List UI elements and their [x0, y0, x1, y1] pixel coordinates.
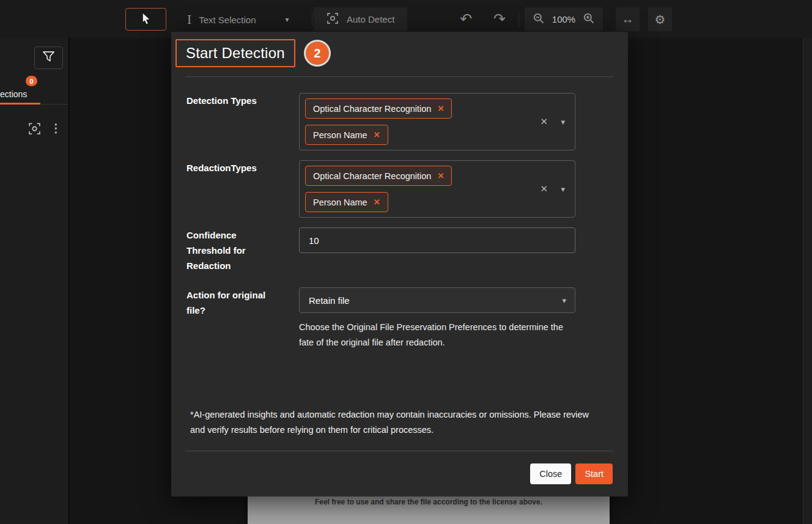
redaction-types-label: RedactionTypes — [186, 160, 278, 218]
chip-label: Optical Character Recognition — [313, 171, 431, 181]
start-detection-modal: Start Detection 2 Detection Types Optica… — [171, 32, 628, 496]
form-row-confidence-threshold: Confidence Threshold for Redaction — [186, 227, 575, 273]
chevron-down-icon[interactable]: ▾ — [561, 185, 565, 194]
fit-width-button[interactable]: ↔ — [616, 7, 640, 31]
chip-person-name: Person Name ✕ — [305, 125, 388, 145]
filter-funnel-icon — [42, 51, 55, 65]
chip-ocr: Optical Character Recognition ✕ — [305, 98, 452, 119]
chevron-down-icon[interactable]: ▾ — [561, 117, 565, 127]
confidence-threshold-label: Confidence Threshold for Redaction — [186, 227, 278, 273]
kebab-menu-icon[interactable]: ⋮ — [50, 121, 62, 135]
document-license-text: Feel free to use and share the file acco… — [248, 498, 610, 506]
original-file-action-select[interactable]: Retain file ▾ — [299, 287, 575, 313]
undo-button[interactable]: ↶ — [454, 9, 478, 29]
step-number-badge: 2 — [306, 42, 329, 65]
text-cursor-icon: I — [187, 13, 191, 26]
toolbar-divider — [519, 12, 519, 27]
chip-person-name: Person Name ✕ — [305, 192, 388, 212]
original-file-action-help: Choose the Original File Preservation Pr… — [299, 320, 569, 350]
header-divider — [185, 76, 613, 77]
zoom-level: 100% — [552, 14, 576, 24]
text-selection-label: Text Selection — [199, 15, 256, 25]
modal-header: Start Detection 2 — [175, 39, 329, 67]
original-file-action-label: Action for original file? — [186, 287, 278, 350]
auto-detect-button[interactable]: Auto Detect — [314, 7, 407, 31]
form-row-detection-types: Detection Types Optical Character Recogn… — [186, 93, 575, 150]
ai-disclaimer-text: *AI-generated insights and automatic red… — [190, 407, 603, 438]
right-panel-edge — [803, 38, 812, 524]
form-row-redaction-types: RedactionTypes Optical Character Recogni… — [186, 160, 575, 218]
confidence-threshold-input[interactable] — [299, 227, 575, 253]
left-panel: 0 ections ⋮ — [0, 38, 69, 524]
remove-chip-icon[interactable]: ✕ — [374, 130, 380, 139]
zoom-in-button[interactable] — [583, 12, 595, 27]
detection-types-label: Detection Types — [186, 93, 278, 150]
auto-detect-icon — [327, 12, 339, 26]
modal-footer: Close Start — [530, 463, 613, 484]
chip-label: Person Name — [313, 197, 367, 207]
chip-label: Person Name — [313, 130, 367, 140]
chip-label: Optical Character Recognition — [313, 104, 431, 114]
selected-option: Retain file — [309, 295, 350, 306]
auto-detect-label: Auto Detect — [347, 14, 394, 24]
redo-button[interactable]: ↷ — [487, 9, 512, 29]
pan-cursor-tool-button[interactable] — [125, 8, 166, 31]
chip-ocr: Optical Character Recognition ✕ — [305, 166, 452, 186]
detections-count-badge: 0 — [26, 76, 37, 86]
text-selection-tool[interactable]: I Text Selection ▾ — [187, 8, 289, 31]
active-tab-indicator — [0, 103, 40, 105]
detect-tool-icon[interactable] — [28, 122, 41, 138]
toolbar-divider — [312, 12, 312, 27]
redaction-types-multiselect[interactable]: Optical Character Recognition ✕ Person N… — [299, 160, 575, 218]
modal-title: Start Detection — [175, 39, 295, 67]
chevron-down-icon: ▾ — [286, 15, 289, 24]
tab-detections[interactable]: ections — [0, 89, 27, 99]
remove-chip-icon[interactable]: ✕ — [374, 197, 380, 207]
settings-gear-button[interactable]: ⚙ — [648, 7, 672, 31]
clear-all-icon[interactable]: ✕ — [540, 116, 548, 127]
remove-chip-icon[interactable]: ✕ — [437, 104, 444, 113]
clear-all-icon[interactable]: ✕ — [540, 183, 548, 194]
remove-chip-icon[interactable]: ✕ — [437, 171, 444, 180]
chevron-down-icon: ▾ — [562, 296, 566, 305]
form-row-original-file-action: Action for original file? Retain file ▾ … — [186, 287, 575, 350]
zoom-out-button[interactable] — [533, 12, 545, 27]
zoom-controls: 100% — [525, 7, 603, 31]
detection-types-multiselect[interactable]: Optical Character Recognition ✕ Person N… — [299, 93, 575, 150]
footer-divider — [185, 451, 613, 451]
cursor-arrow-icon — [141, 13, 151, 26]
start-button[interactable]: Start — [575, 463, 613, 484]
filter-button[interactable] — [34, 46, 63, 69]
close-button[interactable]: Close — [530, 463, 571, 484]
